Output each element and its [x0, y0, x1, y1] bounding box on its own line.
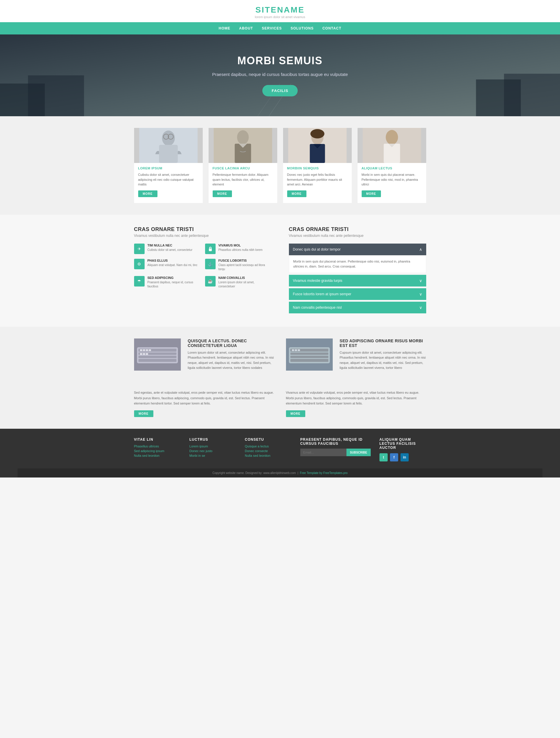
features-left-heading: CRAS ORNARE TRISTI — [134, 226, 271, 233]
content-inner: QUISQUE A LECTUS. DONEC CONSECTETUER LIG… — [134, 339, 426, 417]
svg-rect-4 — [504, 74, 560, 116]
twitter-icon[interactable]: t — [379, 453, 388, 461]
site-tagline: lorem ipsum dolor sit amet vivamus — [0, 15, 560, 19]
content-image-1 — [134, 339, 181, 371]
subscribe-button[interactable]: SUBSCRIBE — [346, 449, 371, 456]
content-body-left: Sed egestas, ante et vulputate volutpat,… — [134, 386, 274, 417]
card-text-3: Donec nec justo eget felis facilisis fer… — [287, 172, 348, 187]
free-template-link[interactable]: Free Template by FreeTemplates.pro — [300, 471, 348, 474]
accordion-body-active: Morbi in sem quis dui placerat ornare. P… — [289, 255, 426, 273]
svg-rect-29 — [138, 359, 177, 362]
features-right-subheading: Vivamus vestibulum nulla nec ante pellen… — [289, 234, 426, 238]
svg-rect-36 — [146, 353, 148, 355]
feature-title-5: SED ADIPISCING — [148, 276, 200, 280]
feature-item-5: ☂ SED ADIPISCING Praesent dapibus, neque… — [134, 276, 200, 289]
features-right-heading: CRAS ORNARE TRISTI — [289, 226, 426, 233]
content-body-row: Sed egestas, ante et vulputate volutpat,… — [134, 386, 426, 417]
svg-point-21 — [385, 130, 398, 144]
content-block-1: QUISQUE A LECTUS. DONEC CONSECTETUER LIG… — [134, 339, 274, 371]
cards-grid: LOREM IPSUM Cuibstu dolor sit amet, cons… — [134, 128, 426, 203]
footer-link-1-1[interactable]: Phasellus ultrices — [134, 444, 181, 448]
card-more-btn-3[interactable]: MORE — [287, 191, 306, 197]
copyright-text: Copyright website name. Designed by: www… — [212, 471, 296, 474]
facebook-icon[interactable]: f — [390, 453, 398, 461]
footer-link-2-2[interactable]: Donec nec justo — [189, 449, 236, 453]
footer-link-1-2[interactable]: Sed adipiscing ipsum — [134, 449, 181, 453]
feature-text-6: NAM CONVALLIS Lorem ipsum dolor sit amet… — [219, 276, 271, 289]
body-text-right: Vivamus ante et vulputate volutpat, eros… — [286, 390, 426, 406]
nav-contact[interactable]: CONTACT — [322, 26, 341, 30]
footer-col2-title: LUCTRUS — [189, 437, 236, 442]
svg-rect-42 — [290, 359, 328, 362]
footer-col-2: LUCTRUS Lorem ipsum Donec nec justo Morb… — [189, 437, 236, 461]
footer-link-1-3[interactable]: Nulla sed leoniton — [134, 454, 181, 457]
card-body-3: MORBIIN SEMQUIS Donec nec justo eget fel… — [283, 163, 352, 197]
accordion-header-3[interactable]: Fusce lobortis lorem at ipsum semper ∨ — [289, 288, 426, 300]
svg-rect-31 — [143, 349, 145, 351]
footer-link-2-1[interactable]: Lorem ipsum — [189, 444, 236, 448]
svg-rect-34 — [140, 353, 142, 355]
footer-link-2-3[interactable]: Morbi in se — [189, 454, 236, 457]
footer-col3-title: CONSETU — [245, 437, 292, 442]
card-title-3: MORBIIN SEMQUIS — [287, 166, 348, 170]
card-body-2: FUSCE LACINIA ARCU Pellentesque fermentu… — [209, 163, 277, 197]
footer-email-input[interactable] — [300, 449, 346, 456]
card-1: LOREM IPSUM Cuibstu dolor sit amet, cons… — [134, 128, 203, 203]
site-title: SITENAME — [0, 5, 560, 15]
nav-about[interactable]: ABOUT — [239, 26, 253, 30]
accordion-item-active: Donec quis dui at dolor tempor ∧ Morbi i… — [289, 244, 426, 273]
card-more-btn-4[interactable]: MORE — [362, 191, 381, 197]
accordion-header-4[interactable]: Nam convallis pellentesque nisl ∨ — [289, 302, 426, 313]
social-icons: t f in — [379, 453, 426, 461]
footer-inner: VITAE LIN Phasellus ultrices Sed adipisc… — [134, 437, 426, 468]
svg-rect-40 — [290, 353, 328, 355]
accordion-header-2[interactable]: Vivamus molestie gravida turpis ∨ — [289, 275, 426, 287]
feature-item-6: ☕ NAM CONVALLIS Lorem ipsum dolor sit am… — [205, 276, 271, 289]
feature-desc-6: Lorem ipsum dolor sit amet, consectetuer — [219, 280, 271, 289]
card-4: ALIQUAM LECTUS Morbi in sem quis dui pla… — [357, 128, 426, 203]
nav-home[interactable]: HOME — [219, 26, 231, 30]
svg-rect-44 — [295, 349, 297, 351]
feature-text-1: TIM NULLA NEC Cuibstu dolor sit amet, co… — [148, 244, 193, 252]
footer-link-3-2[interactable]: Donec consecte — [245, 449, 292, 453]
footer-col-3: CONSETU Quisque a lectus Donec consecte … — [245, 437, 292, 461]
nav-services[interactable]: SERVICES — [262, 26, 282, 30]
footer-col-4: PRAESENT DAPIBUS, NEQUE ID CURSUS FAUCIB… — [300, 437, 371, 461]
feature-desc-2: Phasellus ultrices nulla nibh lorem — [219, 248, 263, 252]
hero-cta-button[interactable]: FACILIS — [262, 85, 298, 96]
content-image-2 — [286, 339, 333, 371]
content-title-1: QUISQUE A LECTUS. DONEC CONSECTETUER LIG… — [188, 339, 274, 348]
accordion-label-2: Vivamus molestie gravida turpis — [293, 279, 342, 283]
svg-rect-41 — [290, 356, 328, 358]
feature-icon-coffee: ☕ — [205, 276, 216, 287]
footer-col-1: VITAE LIN Phasellus ultrices Sed adipisc… — [134, 437, 181, 461]
card-text-1: Cuibstu dolor sit amet, consectetuer adi… — [138, 172, 199, 187]
features-left-subheading: Vivamus vestibulum nulla nec ante pellen… — [134, 234, 271, 238]
accordion-header-active[interactable]: Donec quis dui at dolor tempor ∧ — [289, 244, 426, 255]
card-title-2: FUSCE LACINIA ARCU — [213, 166, 273, 170]
svg-rect-32 — [146, 349, 148, 351]
feature-icon-lock — [205, 244, 216, 254]
feature-icon-gear: ⚙ — [134, 259, 145, 269]
footer-bottom: Copyright website name. Designed by: www… — [18, 468, 542, 477]
feature-item-3: ⚙ PHAS ELLUS Aliquam erat volutpat. Nam … — [134, 259, 200, 271]
feature-item-4: ⚓ FUSCE LOBORTIS Class aptent taciti soc… — [205, 259, 271, 271]
footer-link-3-1[interactable]: Quisque a lectus — [245, 444, 292, 448]
accordion-item-4: Nam convallis pellentesque nisl ∨ — [289, 302, 426, 313]
footer-link-3-3[interactable]: Nulla sed leoniton — [245, 454, 292, 457]
features-right: CRAS ORNARE TRISTI Vivamus vestibulum nu… — [289, 226, 426, 315]
more-btn-left[interactable]: MORE — [134, 410, 154, 417]
card-more-btn-1[interactable]: MORE — [138, 191, 158, 197]
more-btn-right[interactable]: MORE — [286, 410, 305, 417]
content-block-2: SED ADIPISCING ORNARE RISUS MORBI EST ES… — [286, 339, 426, 371]
accordion-label-4: Nam convallis pellentesque nisl — [293, 306, 342, 310]
nav-solutions[interactable]: SOLUTIONS — [291, 26, 314, 30]
linkedin-icon[interactable]: in — [400, 453, 409, 461]
card-2: FUSCE LACINIA ARCU Pellentesque fermentu… — [209, 128, 277, 203]
main-nav: HOME ABOUT SERVICES SOLUTIONS CONTACT — [0, 22, 560, 34]
site-header: SITENAME lorem ipsum dolor sit amet viva… — [0, 0, 560, 22]
body-text-left: Sed egestas, ante et vulputate volutpat,… — [134, 390, 274, 406]
card-more-btn-2[interactable]: MORE — [213, 191, 232, 197]
hero-heading: MORBI SEMUIS — [212, 55, 348, 67]
features-section: CRAS ORNARE TRISTI Vivamus vestibulum nu… — [0, 215, 560, 327]
